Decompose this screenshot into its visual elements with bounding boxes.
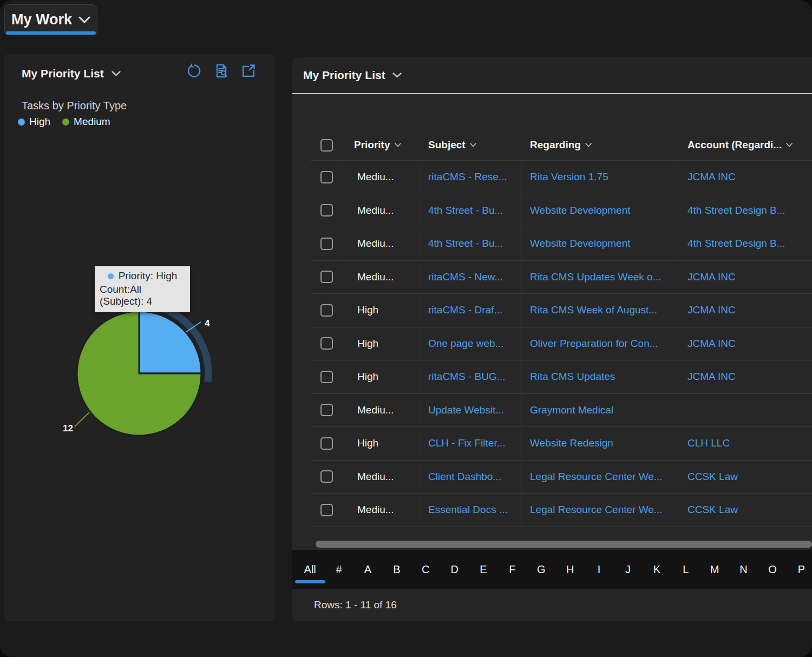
alphabet-item[interactable]: P: [787, 550, 812, 589]
subject-link[interactable]: 4th Street - Bu...: [420, 227, 522, 260]
sort-chevron-icon: [786, 143, 793, 147]
subject-link[interactable]: ritaCMS - BUG...: [420, 360, 522, 393]
alphabet-item[interactable]: M: [700, 550, 729, 589]
legend-item-high[interactable]: High: [18, 116, 50, 128]
alphabet-item[interactable]: B: [382, 550, 411, 589]
row-checkbox[interactable]: [320, 238, 333, 250]
priority-pie-chart[interactable]: 412: [57, 295, 219, 441]
alphabet-item[interactable]: J: [613, 550, 642, 589]
row-count-status: Rows: 1 - 11 of 16: [314, 599, 397, 611]
chart-panel-title-dropdown[interactable]: My Priority List: [22, 67, 121, 80]
alphabet-item[interactable]: N: [729, 550, 758, 589]
regarding-link[interactable]: Oliver Preparation for Con...: [522, 327, 679, 360]
subject-link[interactable]: Essential Docs ...: [420, 494, 522, 527]
account-link[interactable]: CLH LLC: [679, 427, 812, 460]
table-row[interactable]: Mediu... ritaCMS - Rese... Rita Version …: [311, 161, 812, 194]
row-checkbox[interactable]: [320, 337, 333, 350]
alphabet-item[interactable]: #: [324, 550, 353, 589]
select-all-checkbox[interactable]: [320, 139, 333, 152]
alphabet-item[interactable]: G: [527, 550, 555, 589]
priority-cell: Mediu...: [342, 261, 420, 294]
regarding-link[interactable]: Legal Resource Center We...: [522, 461, 679, 494]
priority-cell: High: [342, 327, 420, 360]
alphabet-item[interactable]: E: [469, 550, 497, 589]
legend-dot-high: [18, 119, 25, 126]
subject-link[interactable]: ritaCMS - Rese...: [420, 161, 522, 194]
account-link[interactable]: CCSK Law: [679, 494, 812, 527]
column-header-account[interactable]: Account (Regardi...: [679, 130, 812, 160]
tab-my-work[interactable]: My Work: [4, 4, 97, 35]
regarding-link[interactable]: Rita Version 1.75: [522, 161, 679, 194]
alphabet-item[interactable]: A: [353, 550, 382, 589]
subject-link[interactable]: Update Websit...: [420, 394, 522, 427]
view-records-icon[interactable]: [213, 63, 230, 79]
alphabet-item[interactable]: O: [758, 550, 787, 589]
tooltip-series-dot: [108, 273, 114, 279]
pie-slice-high[interactable]: [139, 311, 201, 373]
popout-icon[interactable]: [240, 63, 257, 79]
row-checkbox[interactable]: [320, 437, 333, 450]
column-header-priority[interactable]: Priority: [342, 130, 420, 160]
alphabet-item[interactable]: I: [585, 550, 613, 589]
table-row[interactable]: Mediu... Essential Docs ... Legal Resour…: [311, 494, 812, 527]
regarding-link[interactable]: Website Redesign: [522, 427, 679, 460]
regarding-link[interactable]: Rita CMS Updates Week o...: [522, 261, 679, 294]
alphabet-item[interactable]: L: [671, 550, 700, 589]
row-checkbox[interactable]: [320, 470, 333, 483]
table-row[interactable]: Mediu... 4th Street - Bu... Website Deve…: [311, 194, 812, 228]
account-link[interactable]: JCMA INC: [679, 294, 812, 327]
row-checkbox[interactable]: [320, 504, 333, 516]
account-link[interactable]: 4th Street Design B...: [679, 194, 812, 227]
account-link[interactable]: [679, 394, 812, 427]
alphabet-item[interactable]: K: [643, 550, 671, 589]
subject-link[interactable]: Client Dashbo...: [420, 461, 522, 494]
regarding-link[interactable]: Rita CMS Week of August...: [522, 294, 679, 327]
subject-link[interactable]: CLH - Fix Filter...: [420, 427, 522, 460]
grid-panel-title-dropdown[interactable]: My Priority List: [292, 57, 812, 94]
account-link[interactable]: JCMA INC: [679, 161, 812, 194]
alphabet-item[interactable]: D: [440, 550, 469, 589]
alphabet-item-all[interactable]: All: [296, 550, 324, 589]
priority-cell: Mediu...: [342, 227, 420, 260]
subject-link[interactable]: 4th Street - Bu...: [420, 194, 522, 227]
regarding-link[interactable]: Rita CMS Updates: [522, 360, 679, 393]
subject-link[interactable]: ritaCMS - Draf...: [420, 294, 522, 327]
table-row[interactable]: High One page web... Oliver Preparation …: [311, 327, 812, 361]
row-checkbox[interactable]: [320, 171, 333, 183]
refresh-icon[interactable]: [186, 63, 202, 79]
alphabet-item[interactable]: F: [498, 550, 527, 589]
column-header-subject[interactable]: Subject: [420, 130, 522, 160]
table-row[interactable]: Mediu... Update Websit... Graymont Medic…: [311, 394, 812, 428]
legend-item-medium[interactable]: Medium: [62, 116, 110, 128]
table-row[interactable]: High ritaCMS - BUG... Rita CMS Updates J…: [311, 360, 812, 394]
regarding-link[interactable]: Website Development: [522, 227, 679, 260]
regarding-link[interactable]: Legal Resource Center We...: [522, 494, 679, 527]
row-checkbox[interactable]: [320, 204, 333, 216]
callout-line: [75, 412, 89, 426]
my-work-dashboard: My Work My Priority List: [0, 0, 812, 657]
account-link[interactable]: 4th Street Design B...: [679, 227, 812, 260]
table-row[interactable]: Mediu... ritaCMS - New... Rita CMS Updat…: [311, 261, 812, 294]
column-header-regarding[interactable]: Regarding: [522, 130, 679, 160]
table-row[interactable]: Mediu... Client Dashbo... Legal Resource…: [311, 461, 812, 494]
priority-cell: Mediu...: [342, 461, 420, 494]
table-row[interactable]: High ritaCMS - Draf... Rita CMS Week of …: [311, 294, 812, 327]
table-row[interactable]: Mediu... 4th Street - Bu... Website Deve…: [311, 227, 812, 261]
row-checkbox[interactable]: [320, 271, 333, 283]
account-link[interactable]: JCMA INC: [679, 327, 812, 360]
account-link[interactable]: JCMA INC: [679, 261, 812, 294]
row-checkbox[interactable]: [320, 304, 333, 317]
subject-link[interactable]: ritaCMS - New...: [420, 261, 522, 294]
alphabet-item[interactable]: H: [556, 550, 585, 589]
subject-link[interactable]: One page web...: [420, 327, 522, 360]
alphabet-item[interactable]: C: [411, 550, 440, 589]
row-checkbox[interactable]: [320, 371, 333, 383]
row-checkbox[interactable]: [320, 404, 333, 416]
regarding-link[interactable]: Graymont Medical: [522, 394, 679, 427]
table-row[interactable]: High CLH - Fix Filter... Website Redesig…: [311, 427, 812, 461]
horizontal-scrollbar[interactable]: [316, 541, 812, 548]
account-link[interactable]: CCSK Law: [679, 461, 812, 494]
chart-panel-title: My Priority List: [22, 67, 104, 80]
account-link[interactable]: JCMA INC: [679, 360, 812, 393]
regarding-link[interactable]: Website Development: [522, 194, 679, 227]
